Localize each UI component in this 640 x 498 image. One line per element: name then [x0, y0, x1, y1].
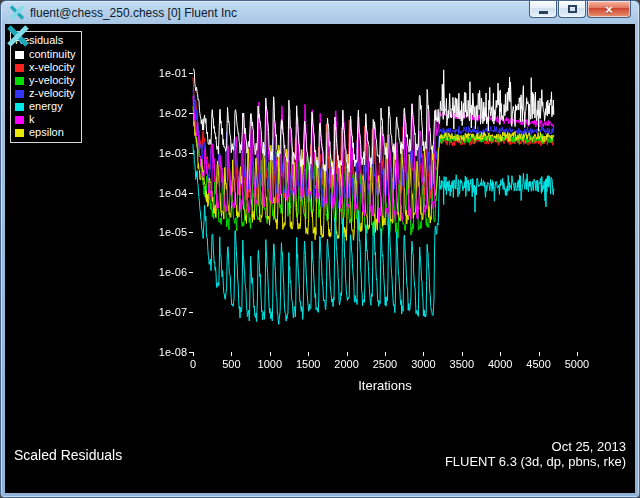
maximize-button[interactable]	[558, 1, 586, 18]
y-tick-label: 1e-08	[143, 346, 187, 358]
x-tick-label: 0	[175, 358, 211, 370]
legend-item: x-velocity	[15, 61, 75, 74]
x-axis-title: Iterations	[193, 378, 577, 393]
y-tick-label: 1e-06	[143, 266, 187, 278]
legend-swatch	[15, 64, 24, 72]
maximize-icon	[568, 5, 577, 13]
y-tick-mark	[189, 272, 193, 273]
x-tick-mark	[193, 352, 194, 356]
y-tick-label: 1e-02	[143, 107, 187, 119]
legend-item-label: epsilon	[29, 126, 64, 139]
x-tick-label: 1000	[252, 358, 288, 370]
legend-item-label: z-velocity	[29, 87, 75, 100]
x-tick-mark	[423, 352, 424, 356]
close-button[interactable]: ×	[587, 1, 631, 18]
legend-swatch	[15, 90, 24, 98]
y-tick-label: 1e-05	[143, 226, 187, 238]
legend-swatch	[15, 116, 24, 124]
x-tick-label: 3500	[444, 358, 480, 370]
x-tick-label: 4000	[482, 358, 518, 370]
x-tick-mark	[500, 352, 501, 356]
y-tick-label: 1e-07	[143, 306, 187, 318]
legend-swatch	[15, 51, 24, 59]
close-icon: ×	[605, 2, 613, 17]
x-tick-mark	[270, 352, 271, 356]
y-tick-label: 1e-04	[143, 187, 187, 199]
minimize-icon	[539, 11, 548, 14]
legend-item-label: x-velocity	[29, 61, 75, 74]
x-tick-mark	[539, 352, 540, 356]
x-tick-label: 500	[213, 358, 249, 370]
y-tick-mark	[189, 73, 193, 74]
window-controls: ×	[528, 1, 631, 18]
minimize-button[interactable]	[529, 1, 557, 18]
y-tick-mark	[189, 312, 193, 313]
y-tick-mark	[189, 232, 193, 233]
legend-item: k	[15, 113, 75, 126]
x-tick-mark	[462, 352, 463, 356]
x-tick-label: 5000	[559, 358, 595, 370]
y-tick-mark	[189, 113, 193, 114]
graphics-area: 1e-011e-021e-031e-041e-051e-061e-071e-08…	[5, 24, 635, 493]
x-tick-mark	[347, 352, 348, 356]
x-tick-mark	[231, 352, 232, 356]
footer-date: Oct 25, 2013	[445, 439, 626, 454]
legend-item: energy	[15, 100, 75, 113]
legend-item-label: k	[29, 113, 35, 126]
footer-version: FLUENT 6.3 (3d, dp, pbns, rke)	[445, 454, 626, 469]
legend-item: epsilon	[15, 126, 75, 139]
x-tick-mark	[577, 352, 578, 356]
legend-item-label: energy	[29, 100, 63, 113]
x-tick-label: 3000	[405, 358, 441, 370]
axes-layer: 1e-011e-021e-031e-041e-051e-061e-071e-08…	[5, 24, 635, 493]
legend-swatch	[15, 103, 24, 111]
legend-item-label: y-velocity	[29, 74, 75, 87]
titlebar[interactable]: fluent@chess_250.chess [0] Fluent Inc ×	[5, 1, 635, 24]
x-tick-label: 2000	[329, 358, 365, 370]
plot-caption: Scaled Residuals	[14, 447, 122, 463]
legend-swatch	[15, 129, 24, 137]
legend-item-label: continuity	[29, 48, 75, 61]
y-tick-mark	[189, 153, 193, 154]
x-tick-mark	[308, 352, 309, 356]
fluent-logo-icon	[9, 5, 25, 20]
y-tick-label: 1e-03	[143, 147, 187, 159]
legend-items: continuityx-velocityy-velocityz-velocity…	[15, 48, 75, 139]
x-tick-mark	[385, 352, 386, 356]
legend-swatch	[15, 77, 24, 85]
x-tick-label: 4500	[521, 358, 557, 370]
y-tick-mark	[189, 193, 193, 194]
x-tick-label: 2500	[367, 358, 403, 370]
y-tick-label: 1e-01	[143, 67, 187, 79]
window-title: fluent@chess_250.chess [0] Fluent Inc	[30, 6, 237, 20]
footer-info: Oct 25, 2013 FLUENT 6.3 (3d, dp, pbns, r…	[445, 439, 626, 469]
legend-item: y-velocity	[15, 74, 75, 87]
x-tick-label: 1500	[290, 358, 326, 370]
fluent-watermark-icon	[6, 25, 30, 51]
legend-item: z-velocity	[15, 87, 75, 100]
fluent-window: fluent@chess_250.chess [0] Fluent Inc × …	[0, 0, 640, 498]
